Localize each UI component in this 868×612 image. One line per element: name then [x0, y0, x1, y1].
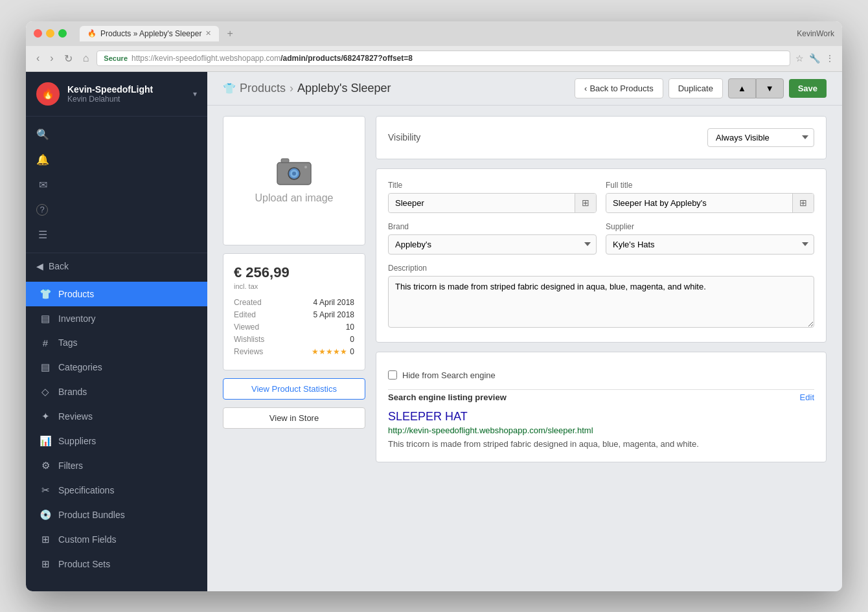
seo-edit-link[interactable]: Edit — [800, 392, 814, 402]
save-button-group: ▲ ▼ — [728, 78, 784, 98]
meta-viewed-row: Viewed 10 — [234, 323, 354, 332]
duplicate-button[interactable]: Duplicate — [668, 78, 723, 98]
address-bar: ‹ › ↻ ⌂ Secure https://kevin-speedofligh… — [26, 46, 842, 72]
sidebar-item-suppliers-label: Suppliers — [58, 436, 96, 446]
next-product-button[interactable]: ▼ — [756, 78, 784, 98]
main-content: 👕 Products › Appleby's Sleeper ‹ Back to… — [207, 72, 842, 591]
new-tab-button[interactable]: + — [222, 25, 238, 42]
view-product-statistics-button[interactable]: View Product Statistics — [223, 378, 365, 400]
sidebar-item-product-bundles[interactable]: 💿 Product Bundles — [26, 503, 207, 527]
camera-icon — [276, 157, 312, 186]
description-label: Description — [388, 264, 814, 273]
hide-search-label: Hide from Search engine — [402, 370, 496, 380]
meta-created-row: Created 4 April 2018 — [234, 298, 354, 307]
breadcrumb-current-page: Appleby's Sleeper — [297, 82, 391, 95]
sidebar-item-filters-label: Filters — [58, 460, 83, 471]
sidebar-icon-search[interactable]: 🔍 — [26, 122, 207, 147]
title-input[interactable] — [389, 194, 575, 212]
price-tax-label: incl. tax — [234, 282, 354, 290]
tab-favicon: 🔥 — [87, 29, 97, 38]
maximize-button[interactable] — [58, 29, 67, 38]
product-bundles-icon: 💿 — [39, 509, 52, 521]
seo-preview-url: http://kevin-speedoflight.webshopapp.com… — [388, 425, 814, 435]
viewed-value: 10 — [346, 323, 354, 332]
brand-select[interactable]: Appleby's Other Brand — [388, 234, 597, 255]
close-button[interactable] — [34, 29, 42, 38]
sidebar-user-name: Kevin-SpeedofLight — [67, 84, 185, 95]
sidebar-item-custom-fields-label: Custom Fields — [58, 534, 116, 545]
back-to-products-button[interactable]: ‹ Back to Products — [575, 78, 663, 98]
search-icon: 🔍 — [36, 128, 49, 141]
mail-icon: ✉ — [36, 179, 49, 191]
view-in-store-button[interactable]: View in Store — [223, 407, 365, 429]
sidebar-item-filters[interactable]: ⚙ Filters — [26, 453, 207, 478]
visibility-row: Visibility Always Visible Hidden Visible… — [388, 128, 814, 147]
categories-icon: ▤ — [39, 361, 52, 373]
sidebar-item-brands-label: Brands — [58, 387, 87, 397]
prev-product-button[interactable]: ▲ — [728, 78, 756, 98]
sidebar-item-reviews-label: Reviews — [58, 411, 93, 422]
sidebar-item-suppliers[interactable]: 📊 Suppliers — [26, 429, 207, 453]
seo-section-title: Search engine listing preview — [388, 392, 507, 402]
sidebar-item-reviews[interactable]: ✦ Reviews — [26, 404, 207, 429]
sidebar-icon-mail[interactable]: ✉ — [26, 172, 207, 198]
full-title-group: Full title ⊞ — [606, 181, 814, 213]
sidebar-item-products-label: Products — [58, 289, 94, 299]
sidebar-item-product-sets[interactable]: ⊞ Product Sets — [26, 552, 207, 576]
hide-search-checkbox[interactable] — [388, 370, 397, 380]
minimize-button[interactable] — [46, 29, 54, 38]
reload-button[interactable]: ↻ — [62, 50, 75, 67]
home-button[interactable]: ⌂ — [80, 50, 92, 67]
sidebar-icon-menu[interactable]: ☰ — [26, 222, 207, 247]
description-textarea[interactable]: This tricorn is made from striped fabric… — [388, 276, 814, 328]
sidebar-back-label: Back — [49, 261, 69, 271]
sidebar-dropdown-icon[interactable]: ▾ — [193, 89, 197, 98]
save-button[interactable]: Save — [789, 79, 827, 98]
forward-nav-button[interactable]: › — [47, 50, 56, 67]
sidebar-back-button[interactable]: ◀ Back — [26, 253, 207, 279]
sidebar-item-categories-label: Categories — [58, 362, 102, 372]
filters-icon: ⚙ — [39, 460, 52, 471]
wishlists-value: 0 — [350, 335, 354, 344]
sidebar-item-custom-fields[interactable]: ⊞ Custom Fields — [26, 527, 207, 552]
full-title-input[interactable] — [606, 194, 792, 212]
sidebar-header: 🔥 Kevin-SpeedofLight Kevin Delahunt ▾ — [26, 72, 207, 117]
product-meta-table: Created 4 April 2018 Edited 5 April 2018… — [234, 298, 354, 356]
left-panel: Upload an image € 256,99 incl. tax Creat… — [223, 116, 365, 581]
reviews-value: ★★★★★ 0 — [312, 347, 354, 356]
visibility-label: Visibility — [388, 132, 420, 142]
full-title-expand-button[interactable]: ⊞ — [792, 194, 814, 212]
sidebar-item-specifications[interactable]: ✂ Specifications — [26, 478, 207, 503]
sidebar-item-categories[interactable]: ▤ Categories — [26, 355, 207, 380]
url-text: https://kevin-speedoflight.webshopapp.co… — [131, 54, 413, 63]
tab-close-icon[interactable]: ✕ — [205, 29, 211, 38]
more-icon[interactable]: ⋮ — [825, 53, 834, 63]
inventory-icon: ▤ — [39, 313, 52, 324]
sidebar-item-tags[interactable]: # Tags — [26, 331, 207, 355]
product-price: € 256,99 — [234, 264, 354, 281]
sidebar-icon-bell[interactable]: 🔔 — [26, 147, 207, 172]
back-nav-button[interactable]: ‹ — [34, 50, 42, 67]
image-upload-box[interactable]: Upload an image — [223, 116, 365, 245]
sidebar-item-tags-label: Tags — [58, 337, 78, 348]
visibility-select[interactable]: Always Visible Hidden Visible when in st… — [707, 128, 814, 147]
breadcrumb-products-link[interactable]: Products — [240, 82, 286, 95]
supplier-select[interactable]: Kyle's Hats Other Supplier — [606, 234, 814, 255]
sidebar-item-products[interactable]: 👕 Products — [26, 282, 207, 306]
sidebar-item-inventory[interactable]: ▤ Inventory — [26, 306, 207, 331]
title-expand-button[interactable]: ⊞ — [575, 194, 596, 212]
sidebar-item-brands[interactable]: ◇ Brands — [26, 380, 207, 404]
brand-supplier-row: Brand Appleby's Other Brand Supplier Kyl… — [388, 222, 814, 255]
bookmark-icon[interactable]: ☆ — [795, 53, 804, 63]
sidebar-icon-help[interactable]: ? — [26, 198, 207, 222]
active-tab[interactable]: 🔥 Products » Appleby's Sleeper ✕ — [80, 26, 219, 41]
title-form-row: Title ⊞ Full title ⊞ — [388, 181, 814, 213]
back-arrow-icon: ◀ — [36, 261, 43, 271]
meta-wishlists-row: Wishlists 0 — [234, 335, 354, 344]
title-bar: 🔥 Products » Appleby's Sleeper ✕ + Kevin… — [26, 21, 842, 46]
wishlists-label: Wishlists — [234, 335, 264, 344]
tab-area: 🔥 Products » Appleby's Sleeper ✕ + — [80, 25, 238, 42]
extension-icon[interactable]: 🔧 — [809, 53, 820, 63]
app-body: 🔥 Kevin-SpeedofLight Kevin Delahunt ▾ 🔍 … — [26, 72, 842, 591]
url-bar[interactable]: Secure https://kevin-speedoflight.websho… — [97, 51, 790, 66]
